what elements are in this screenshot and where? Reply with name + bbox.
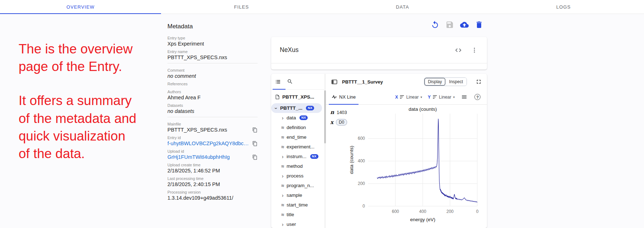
annotation-paragraph-2: It offers a summary of the metadata and …	[19, 92, 165, 162]
save-icon	[445, 20, 454, 29]
field-label: Comment	[167, 68, 258, 72]
copy-icon	[252, 155, 258, 160]
field-value[interactable]: f-uhytBWLOVBCZPg2kAQY8dbcoqc	[167, 141, 249, 146]
tree-root-file[interactable]: PBTTT_XPS...	[271, 91, 324, 103]
field-empty-value	[167, 87, 258, 90]
x-axis-letter: X	[395, 95, 398, 100]
upload-entry-button[interactable]	[460, 20, 469, 29]
tree-item-start-time[interactable]: ≋start_time	[271, 200, 324, 210]
dataset-icon: ≋	[280, 164, 285, 169]
chevron-right-icon: ›	[280, 174, 285, 179]
save-entry-button[interactable]	[445, 20, 454, 29]
tree-item-definition[interactable]: ≋definition	[271, 123, 324, 132]
y-axis-label: data (counts)	[349, 146, 354, 174]
plot-panel: PBTTT__1_Survey Display Inspect NX Line …	[326, 74, 487, 228]
tree-item-process[interactable]: ›process	[271, 171, 324, 181]
annotation-text: The is the overview page of the Entry. I…	[19, 40, 165, 179]
spectrum-plot[interactable]: 02004006006004002000data (counts)energy …	[326, 105, 487, 228]
tree-item-method[interactable]: ≋method	[271, 161, 324, 171]
trash-icon	[475, 20, 483, 29]
nexus-more-button[interactable]	[470, 46, 478, 54]
tab-logs[interactable]: LOGS	[483, 0, 644, 14]
field-value-row: PBTTT_XPS_SPECS.nxs	[167, 54, 258, 60]
reload-entry-button[interactable]	[430, 20, 440, 29]
tree-item-program-n[interactable]: ≋program_n...	[271, 181, 324, 190]
tree-item-pbttt[interactable]: ›PBTTT_...NX	[271, 103, 322, 113]
copy-button[interactable]	[249, 127, 258, 133]
nx-badge: NX	[306, 106, 314, 110]
scale-icon	[433, 95, 437, 99]
fullscreen-icon	[475, 79, 482, 85]
tree-item-sample[interactable]: ›sample	[271, 190, 324, 200]
y-tick-label: 200	[358, 181, 365, 186]
chevron-right-icon: ›	[280, 222, 285, 227]
menu-icon	[461, 94, 467, 100]
field-label: Authors	[167, 90, 258, 94]
field-label: Processing version	[167, 190, 258, 194]
field-label: Upload create time	[167, 163, 258, 167]
tree-item-user[interactable]: ›user	[271, 219, 324, 228]
tab-data[interactable]: DATA	[322, 0, 483, 14]
metadata-field-datasets: Datasetsno datasets	[167, 103, 258, 114]
chart-title: data (counts)	[409, 106, 437, 112]
metadata-field-mainfile: MainfilePBTTT_XPS_SPECS.nxs	[167, 122, 258, 133]
dataset-icon: ≋	[280, 183, 285, 188]
help-button[interactable]: ?	[474, 93, 481, 101]
nx-badge: NX	[310, 154, 318, 159]
plot-entity-title: PBTTT__1_Survey	[342, 79, 383, 85]
copy-button[interactable]	[249, 141, 258, 146]
tab-overview[interactable]: OVERVIEW	[0, 0, 161, 14]
nx-line-tab[interactable]: NX Line	[329, 90, 358, 104]
tree-toolbar	[271, 74, 324, 90]
tree-item-instrum[interactable]: ›instrum...NX	[271, 152, 324, 161]
dataset-icon: ≋	[280, 125, 285, 130]
y-scale-select[interactable]: Y Linear ▾	[428, 95, 455, 100]
chevron-right-icon: ›	[280, 154, 285, 159]
tree-item-label: data	[287, 115, 296, 120]
field-value-row: 2/18/2025, 1:46:52 PM	[167, 168, 258, 174]
nexus-code-button[interactable]	[454, 46, 463, 54]
dataset-icon: ≋	[280, 212, 285, 217]
x-scale-select[interactable]: X Linear ▾	[395, 95, 422, 100]
y-axis-letter: Y	[428, 95, 431, 100]
dimension-pill[interactable]: D0	[336, 119, 347, 125]
tree-item-label: end_time	[287, 134, 307, 140]
metadata-divider	[167, 117, 258, 117]
plot-menu-button[interactable]	[460, 93, 468, 101]
x-dimension-badge: x D0	[330, 119, 347, 125]
entry-actions	[430, 20, 484, 29]
tree-active-tab-indicator	[273, 89, 286, 90]
inspect-mode-button[interactable]: Inspect	[445, 78, 467, 86]
tree-item-title[interactable]: ≋title	[271, 210, 324, 219]
list-icon	[275, 79, 281, 85]
tree-item-label: process	[287, 173, 303, 179]
file-tree-panel: PBTTT_XPS... ›PBTTT_...NX›dataNX≋definit…	[271, 74, 324, 228]
field-value: no datasets	[167, 108, 194, 114]
tree-item-end-time[interactable]: ≋end_time	[271, 132, 324, 142]
field-value: Xps Experiment	[167, 41, 204, 47]
plot-toolbar-top: PBTTT__1_Survey Display Inspect	[326, 74, 487, 90]
tree-explore-tab[interactable]	[274, 78, 282, 86]
field-value[interactable]: GrHj1FUmTWitI4ubphHhIg	[167, 154, 230, 160]
field-value: no comment	[167, 73, 196, 79]
chevron-right-icon: ›	[280, 115, 285, 120]
tree-item-data[interactable]: ›dataNX	[271, 113, 324, 123]
fullscreen-button[interactable]	[475, 78, 483, 86]
field-label: Entry name	[167, 49, 258, 54]
tab-files[interactable]: FILES	[161, 0, 322, 14]
field-value-row: f-uhytBWLOVBCZPg2kAQY8dbcoqc	[167, 141, 258, 146]
toggle-sidebar-button[interactable]	[330, 78, 338, 86]
tree-item-experiment[interactable]: ≋experiment...	[271, 142, 324, 152]
field-value: 2/18/2025, 1:46:52 PM	[167, 168, 220, 174]
code-icon	[455, 47, 462, 54]
line-plot-icon	[332, 94, 337, 100]
copy-button[interactable]	[249, 155, 258, 160]
tree-search-tab[interactable]	[286, 78, 294, 85]
display-mode-button[interactable]: Display	[424, 78, 445, 86]
chevron-right-icon: ›	[280, 193, 285, 198]
metadata-panel: Metadata Entry typeXps ExperimentEntry n…	[167, 23, 258, 204]
field-label: Mainfile	[167, 122, 258, 126]
copy-icon	[252, 141, 258, 146]
delete-entry-button[interactable]	[474, 20, 484, 29]
field-label: Upload id	[167, 149, 258, 153]
